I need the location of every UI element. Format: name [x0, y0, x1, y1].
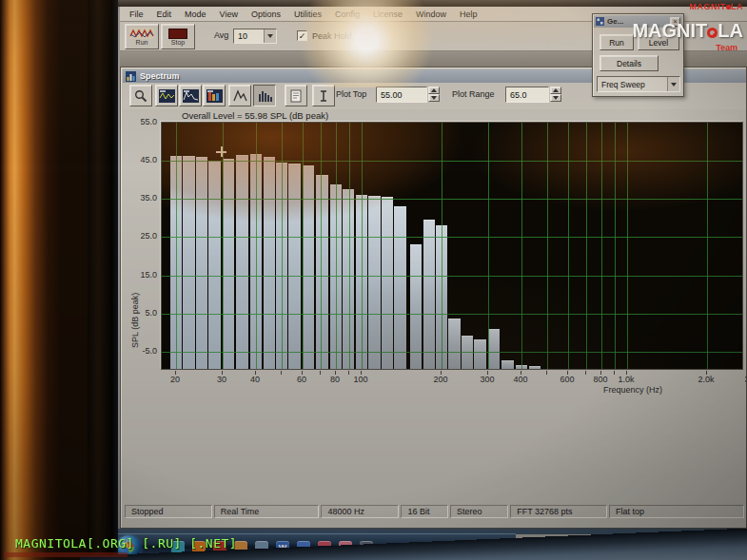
- generator-details-button[interactable]: Details: [600, 55, 659, 71]
- x-tick-mark: [348, 371, 349, 375]
- menu-config[interactable]: Config: [328, 10, 366, 19]
- gridline-vertical: [362, 123, 363, 370]
- spin-down-icon[interactable]: [550, 94, 561, 102]
- document-icon: [289, 89, 303, 103]
- x-tick-mark: [614, 371, 615, 375]
- spin-down-icon[interactable]: [428, 94, 440, 102]
- spectrum-bar: [448, 319, 461, 370]
- generator-level-label: Level: [649, 38, 668, 48]
- gridline-vertical: [547, 123, 548, 370]
- close-icon[interactable]: ×: [670, 17, 680, 27]
- checkmark-icon: ✓: [299, 31, 306, 41]
- plot-top-label: Plot Top: [336, 89, 366, 99]
- gridline-vertical: [521, 123, 522, 370]
- marker-button[interactable]: [312, 85, 335, 106]
- peak-curve-icon: [233, 89, 247, 102]
- spectrum-bar: [474, 339, 486, 370]
- generator-level-button[interactable]: Level: [638, 34, 679, 50]
- gridline-vertical: [256, 123, 257, 370]
- menu-window[interactable]: Window: [409, 10, 453, 19]
- spectrum-view-button[interactable]: [179, 85, 202, 106]
- plot-range-spinner[interactable]: [550, 87, 561, 102]
- menu-edit[interactable]: Edit: [150, 10, 179, 19]
- spectrum-bar: [488, 329, 501, 370]
- y-tick-label: 45.0: [127, 155, 157, 164]
- x-tick-label: 600: [560, 375, 575, 384]
- stop-button-label: Stop: [171, 39, 185, 46]
- photographed-monitor: FileEditModeViewOptionsUtilitiesConfigLi…: [0, 0, 747, 560]
- gridline-vertical: [568, 123, 569, 370]
- spectrum-bar: [223, 159, 235, 370]
- peak-curve-button[interactable]: [228, 85, 251, 106]
- spectrum-bar: [382, 197, 394, 370]
- y-tick-label: 55.0: [127, 117, 157, 126]
- spectrum-thumb-icon: [183, 89, 199, 103]
- plot-top-value: 55.00: [377, 90, 426, 100]
- run-button[interactable]: Run: [125, 24, 159, 49]
- gridline-vertical: [442, 123, 442, 370]
- gridline-vertical: [336, 123, 337, 370]
- menu-utilities[interactable]: Utilities: [287, 10, 328, 19]
- x-tick-mark: [585, 371, 586, 375]
- menu-view[interactable]: View: [213, 10, 245, 19]
- spectrum-window-title: Spectrum: [140, 71, 180, 81]
- gridline-vertical: [282, 123, 283, 370]
- run-button-label: Run: [136, 39, 148, 46]
- x-tick-label: 400: [513, 375, 527, 384]
- menu-file[interactable]: File: [123, 10, 150, 19]
- zoom-button[interactable]: [129, 85, 152, 106]
- window-top-edge: [107, 0, 747, 7]
- overall-level-readout: Overall Level = 55.98 SPL (dB peak): [182, 110, 328, 121]
- x-tick-label: 30: [217, 375, 226, 384]
- x-tick-label: 800: [593, 375, 607, 384]
- menu-license[interactable]: License: [366, 10, 409, 19]
- y-tick-label: 15.0: [127, 270, 157, 280]
- x-tick-label: 60: [297, 375, 306, 384]
- bar-spectrum-button[interactable]: [253, 85, 276, 106]
- x-tick-mark: [546, 371, 547, 375]
- status-cell-5: FFT 32768 pts: [510, 505, 607, 518]
- notes-button[interactable]: [285, 85, 307, 106]
- x-tick-mark: [281, 371, 282, 375]
- peak-hold-checkbox[interactable]: ✓: [297, 30, 307, 41]
- gridline-vertical: [488, 123, 489, 370]
- freq-sweep-select[interactable]: Freq Sweep: [597, 76, 680, 92]
- gridline-vertical: [303, 123, 304, 370]
- x-tick-label: 1.0k: [618, 375, 634, 384]
- plot-top-spinner[interactable]: [428, 87, 440, 102]
- stop-button[interactable]: Stop: [161, 24, 195, 49]
- menu-mode[interactable]: Mode: [178, 10, 213, 19]
- spectrum-bar: [368, 196, 381, 370]
- plot-top-input[interactable]: 55.00: [376, 87, 427, 103]
- y-axis-title: SPL (dB peak): [130, 293, 140, 348]
- menu-help[interactable]: Help: [453, 10, 484, 19]
- spin-up-icon[interactable]: [550, 87, 561, 94]
- generator-window: Ge... × Run Level Details Freq Sweep: [592, 13, 684, 97]
- spectrogram-view-button[interactable]: [203, 85, 226, 106]
- gridline-horizontal: [162, 314, 742, 315]
- spin-up-icon[interactable]: [428, 87, 440, 94]
- x-tick-label: 300: [481, 375, 495, 384]
- plot-range-input[interactable]: 65.0: [505, 87, 549, 103]
- generator-run-label: Run: [609, 38, 624, 48]
- generator-window-title: Ge...: [607, 17, 670, 26]
- x-tick-label: 100: [353, 375, 367, 384]
- spectrum-bar: [208, 161, 221, 370]
- spectrum-bar: [501, 360, 514, 370]
- generator-titlebar[interactable]: Ge... ×: [594, 15, 682, 28]
- gridline-horizontal: [162, 161, 742, 162]
- gridline-vertical: [321, 123, 322, 370]
- spectrum-bar: [236, 155, 248, 370]
- avg-dropdown-arrow[interactable]: [264, 29, 276, 43]
- magnifier-icon: [134, 89, 147, 103]
- time-series-view-button[interactable]: [155, 85, 178, 106]
- peak-hold-label: Peak Hold: [312, 31, 352, 41]
- menu-options[interactable]: Options: [245, 10, 287, 19]
- spectrum-plot[interactable]: [161, 122, 743, 370]
- avg-select[interactable]: 10: [233, 29, 277, 44]
- monitor-bezel-left: [88, 0, 118, 560]
- generator-run-button[interactable]: Run: [600, 34, 634, 50]
- freq-sweep-dropdown-arrow[interactable]: [667, 77, 679, 91]
- y-tick-label: 25.0: [127, 231, 157, 241]
- gridline-vertical: [627, 123, 628, 370]
